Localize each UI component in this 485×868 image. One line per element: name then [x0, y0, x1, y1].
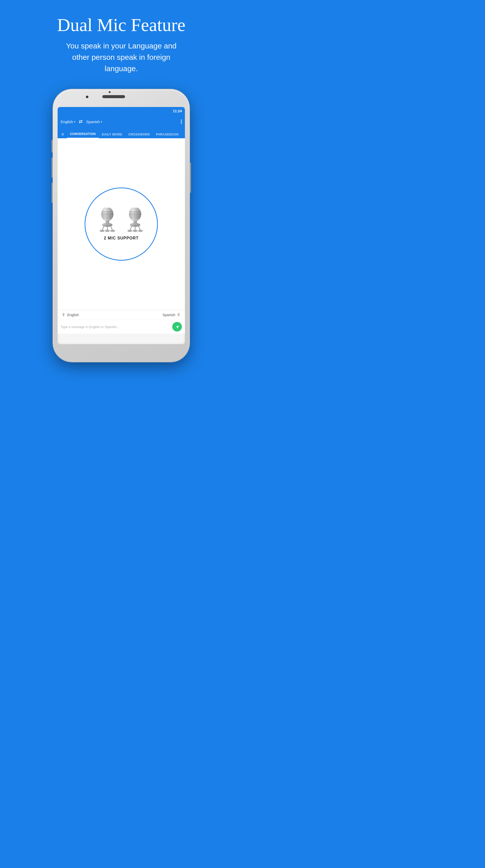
more-dot-3 [181, 123, 182, 124]
header-section: Dual Mic Feature You speak in your Langu… [0, 0, 242, 82]
left-language-label: English [67, 313, 79, 317]
more-dot-2 [181, 121, 182, 122]
speaker-grill [102, 95, 125, 98]
target-lang-chevron-icon: ▾ [101, 120, 102, 123]
front-camera-icon [86, 96, 88, 98]
left-language-indicator: 🎙 English [62, 313, 79, 317]
target-language-label: Spanish [86, 120, 100, 124]
tab-r[interactable]: R [59, 133, 67, 138]
source-language-selector[interactable]: English ▾ [61, 120, 75, 124]
tab-conversation[interactable]: CONVERSATION [67, 132, 99, 138]
power-button [190, 162, 191, 193]
svg-point-26 [127, 230, 132, 231]
svg-point-29 [133, 230, 137, 231]
app-toolbar: English ▾ ⇄ Spanish ▾ [58, 115, 185, 128]
dual-mic-circle: 2 MIC SUPPORT [85, 187, 158, 261]
svg-point-0 [101, 208, 113, 221]
app-bottom-bar: 🎙 English Spanish 🎙 Type a message in En… [58, 310, 185, 334]
send-icon: ➤ [174, 323, 181, 330]
tab-daily-word[interactable]: DAILY WORD [99, 133, 125, 138]
status-time: 11:24 [173, 109, 182, 113]
svg-point-27 [138, 230, 143, 231]
page-title: Dual Mic Feature [57, 15, 186, 35]
tab-bar: R CONVERSATION DAILY WORD CROSSWORD PHRA… [58, 128, 185, 138]
svg-point-11 [100, 230, 104, 231]
right-language-indicator: Spanish 🎙 [163, 313, 181, 317]
tab-crossword[interactable]: CROSSWORD [125, 133, 153, 138]
send-button[interactable]: ➤ [172, 322, 182, 332]
tab-phrasebook[interactable]: PHRASEBOOK [153, 133, 182, 138]
source-lang-chevron-icon: ▾ [74, 120, 75, 123]
page-subtitle: You speak in your Language and other per… [58, 40, 184, 74]
microphone-2-icon [124, 208, 146, 233]
ambient-sensor-icon [109, 91, 111, 93]
app-main-content: 2 MIC SUPPORT [58, 138, 185, 310]
phone-shell: 11:24 English ▾ ⇄ Spanish ▾ [53, 89, 190, 362]
svg-point-12 [110, 230, 115, 231]
volume-up-button [52, 157, 53, 178]
phone-mockup: 11:24 English ▾ ⇄ Spanish ▾ [53, 89, 190, 367]
message-input-placeholder[interactable]: Type a message in English or Spanish... [61, 325, 170, 329]
right-language-label: Spanish [163, 313, 175, 317]
microphone-1-icon [96, 208, 119, 233]
right-mic-icon: 🎙 [177, 313, 181, 317]
svg-point-15 [129, 208, 141, 221]
more-options-button[interactable] [181, 120, 182, 124]
more-dot-1 [181, 120, 182, 121]
target-language-selector[interactable]: Spanish ▾ [86, 120, 102, 124]
source-language-label: English [61, 120, 73, 124]
volume-mute-button [52, 140, 53, 152]
phone-screen: 11:24 English ▾ ⇄ Spanish ▾ [58, 107, 185, 344]
volume-down-button [52, 183, 53, 203]
svg-point-14 [105, 230, 110, 231]
language-indicators: 🎙 English Spanish 🎙 [58, 310, 185, 320]
mic-icons-row [96, 208, 146, 233]
mic-support-label: 2 MIC SUPPORT [104, 236, 138, 241]
status-bar: 11:24 [58, 107, 185, 115]
swap-languages-icon[interactable]: ⇄ [79, 119, 83, 124]
left-mic-icon: 🎙 [62, 313, 66, 317]
input-bar: Type a message in English or Spanish... … [58, 320, 185, 334]
